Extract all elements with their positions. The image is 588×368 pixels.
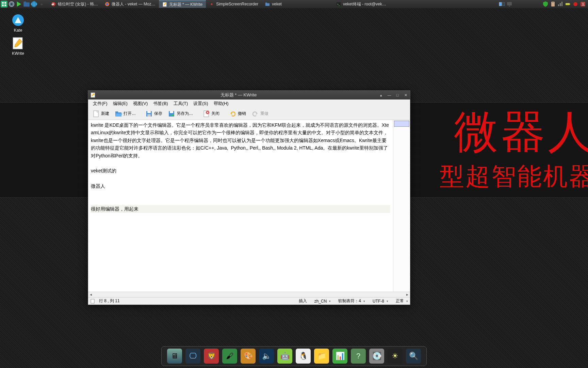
desktop-icon-kate[interactable]: Kate (6, 14, 30, 33)
show-desktop-icon[interactable]: ○ (38, 1, 45, 7)
svg-rect-23 (502, 2, 505, 6)
svg-point-33 (573, 2, 577, 6)
menu-view[interactable]: 视图(V) (130, 100, 150, 107)
minimap[interactable] (393, 120, 410, 292)
status-doc-icon (90, 299, 95, 304)
editor-area: kwrite 是KDE桌面下的一个文件编辑器。它是一个程序员非常喜欢的编辑器，因… (88, 120, 410, 292)
dock-palette[interactable]: 🎨 (240, 348, 256, 364)
dock-lens[interactable]: 🔍 (405, 348, 422, 364)
scroll-left-icon[interactable]: ◄ (88, 292, 94, 297)
redo-button: 重做 (249, 109, 271, 119)
svg-rect-8 (23, 2, 30, 7)
menu-file[interactable]: 文件(F) (90, 100, 110, 107)
menu-edit[interactable]: 编辑(E) (110, 100, 130, 107)
dock-paint[interactable]: 🖌 (222, 348, 238, 364)
menu-settings[interactable]: 设置(S) (191, 100, 211, 107)
minimap-viewport[interactable] (394, 121, 409, 127)
task-screenrecorder[interactable]: SimpleScreenRecorder (206, 0, 262, 8)
open-button[interactable]: 打开… (113, 109, 138, 119)
dock-office[interactable]: 📊 (332, 348, 348, 364)
dock-brightness[interactable]: ☀ (387, 348, 403, 364)
app-menu-icon[interactable] (1, 1, 7, 7)
globe-icon[interactable] (31, 1, 37, 7)
desktop-icon-label: KWrite (6, 51, 30, 56)
toolbar: 新建 打开… 保存 另存为… 关闭 撤销 重做 (88, 108, 410, 120)
menu-help[interactable]: 帮助(H) (211, 100, 231, 107)
taskbar-windows: 错位时空 (女版) - 韩… 微器人 - veket — Moz… 无标题 * … (48, 0, 499, 8)
task-kwrite[interactable]: 无标题 * — KWrite (159, 0, 206, 8)
dock-audio[interactable]: 🔈 (258, 348, 275, 364)
tabwidth-selector[interactable]: 软制表符：4 (338, 298, 365, 304)
record-indicator-icon[interactable] (572, 1, 578, 7)
svg-text:五: 五 (582, 2, 585, 6)
dock-display[interactable]: 🖵 (185, 348, 201, 364)
dock-disk[interactable]: 💽 (369, 348, 385, 364)
svg-rect-31 (566, 3, 570, 5)
dock-help[interactable]: ? (350, 348, 366, 364)
task-terminal[interactable]: >_ veket终端 - root@vek… (333, 0, 390, 8)
filemanager-icon[interactable] (23, 1, 30, 7)
dock-penguin[interactable]: 🐧 (295, 348, 311, 364)
svg-rect-19 (265, 3, 267, 4)
task-music-player[interactable]: 错位时空 (女版) - 韩… (48, 0, 101, 8)
play-icon[interactable] (16, 1, 22, 7)
shield-icon[interactable] (542, 1, 549, 7)
terminal-icon: >_ (336, 2, 341, 6)
svg-rect-0 (1, 1, 7, 7)
statusbar: 行 8 , 列 11 插入 zh_CN 软制表符：4 UTF-8 正常 (88, 297, 410, 305)
svg-rect-26 (551, 2, 555, 6)
svg-rect-41 (115, 111, 118, 113)
settings-icon[interactable] (8, 1, 15, 7)
svg-rect-29 (560, 3, 561, 6)
kwrite-icon (162, 2, 167, 7)
dock-show-desktop[interactable]: 🖥 (166, 348, 183, 364)
pager-icon[interactable] (499, 1, 505, 7)
save-button[interactable]: 保存 (143, 109, 164, 119)
menu-tools[interactable]: 工具(T) (171, 100, 191, 107)
desktop-icon-kwrite[interactable]: KWrite (6, 37, 30, 56)
monitor-tray-icon[interactable] (506, 1, 512, 7)
window-titlebar[interactable]: 无标题 * — KWrite ▴ — □ ✕ (88, 91, 410, 99)
dock: 🖥 🖵 🦁 🖌 🎨 🔈 🤖 🐧 📁 📊 ? 💽 ☀ 🔍 (161, 346, 427, 366)
wallpaper-title: 微器人 (454, 102, 588, 162)
scroll-track[interactable] (94, 292, 405, 297)
insert-mode[interactable]: 插入 (299, 298, 307, 304)
horizontal-scrollbar[interactable]: ◄ ► (88, 292, 410, 297)
wallpaper-subtitle: 型超智能机器 (440, 160, 588, 193)
close-button[interactable]: ✕ (403, 93, 408, 97)
maximize-button[interactable]: □ (395, 93, 400, 97)
kwrite-icon (90, 92, 96, 98)
battery-icon[interactable] (565, 1, 571, 7)
task-firefox[interactable]: 微器人 - veket — Moz… (101, 0, 159, 8)
svg-rect-28 (558, 4, 559, 6)
close-file-button[interactable]: 关闭 (200, 109, 222, 119)
scroll-right-icon[interactable]: ► (405, 292, 410, 297)
clipboard-icon[interactable] (550, 1, 556, 7)
ime-icon[interactable]: 五 (580, 1, 586, 7)
keep-above-button[interactable]: ▴ (379, 93, 383, 97)
dock-android[interactable]: 🤖 (277, 348, 293, 364)
kwrite-window: 无标题 * — KWrite ▴ — □ ✕ 文件(F) 编辑(E) 视图(V)… (88, 90, 410, 305)
desktop-icon-label: Kate (6, 28, 30, 33)
new-button[interactable]: 新建 (90, 109, 111, 119)
editor-textarea[interactable]: kwrite 是KDE桌面下的一个文件编辑器。它是一个程序员非常喜欢的编辑器，因… (88, 120, 393, 292)
task-folder[interactable]: veket (262, 0, 285, 8)
kwrite-icon (12, 37, 24, 50)
minimize-button[interactable]: — (387, 93, 392, 97)
locale-selector[interactable]: zh_CN (314, 299, 331, 304)
highlight-mode[interactable]: 正常 (396, 298, 408, 304)
taskbar-launchers: ○ (0, 1, 45, 7)
taskbar: ○ 错位时空 (女版) - 韩… 微器人 - veket — Moz… 无标题 … (0, 0, 588, 8)
cursor-position[interactable]: 行 8 , 列 11 (99, 298, 120, 304)
svg-rect-49 (91, 299, 94, 303)
menu-bookmarks[interactable]: 书签(B) (150, 100, 170, 107)
undo-button[interactable]: 撤销 (227, 109, 248, 119)
dock-lion[interactable]: 🦁 (203, 348, 219, 364)
saveas-button[interactable]: 另存为… (166, 109, 195, 119)
svg-rect-18 (265, 3, 270, 6)
encoding-selector[interactable]: UTF-8 (373, 299, 388, 304)
network-icon[interactable] (557, 1, 564, 7)
dock-files[interactable]: 📁 (313, 348, 330, 364)
svg-rect-46 (170, 111, 173, 113)
task-label: veket终端 - root@vek… (343, 1, 386, 7)
